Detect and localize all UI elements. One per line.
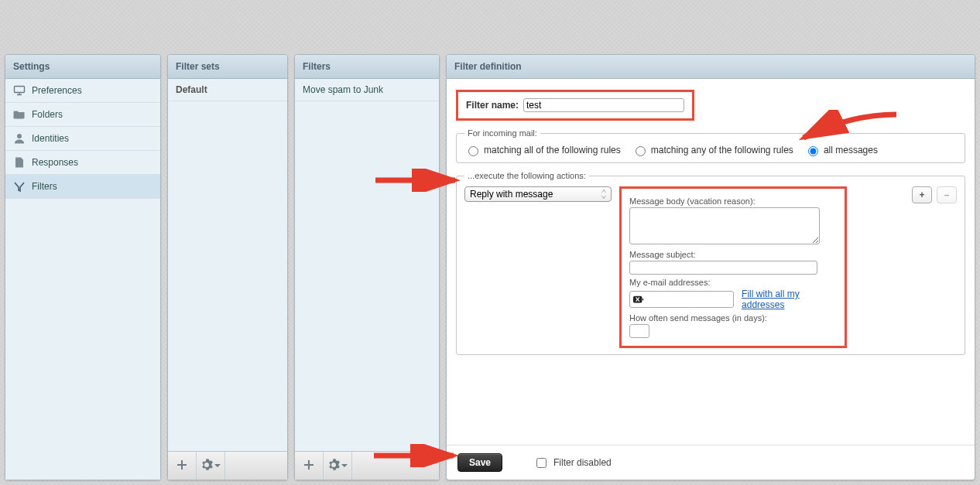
message-subject-input[interactable] xyxy=(629,261,817,275)
gear-icon xyxy=(200,459,213,473)
definition-header: Filter definition xyxy=(447,55,975,79)
definition-footer: Save Filter disabled xyxy=(447,445,975,480)
chevron-down-icon xyxy=(214,460,221,471)
page-icon xyxy=(13,156,26,169)
radio-any-rules-input[interactable] xyxy=(636,146,646,156)
definition-body: Filter name: For incoming mail: matching… xyxy=(447,79,975,445)
filters-panel: Filters Move spam to Junk xyxy=(294,54,440,480)
message-subject-label: Message subject: xyxy=(629,250,837,259)
filter-name-input[interactable] xyxy=(523,98,684,112)
filterset-item-default[interactable]: Default xyxy=(168,79,287,101)
vacation-settings: Message body (vacation reason): Message … xyxy=(619,186,847,348)
save-button[interactable]: Save xyxy=(457,453,502,472)
filter-definition-panel: Filter definition Filter name: For incom… xyxy=(446,54,975,480)
settings-panel: Settings Preferences Folders Identities xyxy=(5,54,161,480)
sidebar-item-filters[interactable]: Filters xyxy=(5,175,160,199)
list-item-label: Move spam to Junk xyxy=(303,84,383,95)
actions-legend: ...execute the following actions: xyxy=(464,171,589,180)
action-row: Reply with message Message body (vacatio… xyxy=(464,186,957,348)
action-row-buttons: + – xyxy=(912,186,957,203)
svg-point-1 xyxy=(17,134,22,138)
filter-name-label: Filter name: xyxy=(466,100,519,111)
actions-fieldset: ...execute the following actions: Reply … xyxy=(456,171,965,355)
filter-icon xyxy=(13,180,26,193)
filters-header: Filters xyxy=(295,55,439,79)
days-input[interactable] xyxy=(629,324,649,338)
filters-list: Move spam to Junk xyxy=(295,79,439,451)
message-body-label: Message body (vacation reason): xyxy=(629,196,837,206)
radio-any-rules[interactable]: matching any of the following rules xyxy=(632,144,793,156)
radio-label: matching all of the following rules xyxy=(484,145,621,155)
add-filter-button[interactable] xyxy=(295,452,324,480)
scope-radio-group: matching all of the following rules matc… xyxy=(464,144,957,156)
radio-all-rules[interactable]: matching all of the following rules xyxy=(464,144,621,156)
gear-icon xyxy=(327,459,340,473)
radio-label: all messages xyxy=(824,145,878,155)
days-label: How often send messages (in days): xyxy=(629,313,837,323)
list-item-label: Default xyxy=(176,84,207,95)
sidebar-item-label: Filters xyxy=(32,181,57,192)
sidebar-item-label: Folders xyxy=(32,109,63,120)
filter-settings-button[interactable] xyxy=(324,452,352,480)
tag-remove-icon xyxy=(633,295,644,304)
settings-header: Settings xyxy=(5,55,160,79)
addresses-input-wrap xyxy=(629,291,734,308)
filtersets-list: Default xyxy=(168,79,287,451)
svg-rect-0 xyxy=(15,87,25,93)
filter-name-row: Filter name: xyxy=(456,90,694,121)
filtersets-toolbar xyxy=(168,451,287,480)
plus-icon xyxy=(176,459,188,473)
address-tag[interactable] xyxy=(632,293,646,306)
add-action-button[interactable]: + xyxy=(912,186,932,203)
sidebar-item-label: Responses xyxy=(32,157,78,168)
message-body-textarea[interactable] xyxy=(629,207,820,244)
person-icon xyxy=(13,132,26,145)
radio-label: matching any of the following rules xyxy=(651,145,793,155)
filter-disabled-label: Filter disabled xyxy=(553,457,612,468)
action-select-wrap: Reply with message xyxy=(464,186,612,202)
plus-icon: + xyxy=(919,190,924,200)
settings-list: Preferences Folders Identities Responses xyxy=(5,79,160,480)
filter-disabled-checkbox[interactable] xyxy=(536,458,547,468)
remove-action-button[interactable]: – xyxy=(937,186,957,203)
sidebar-item-label: Preferences xyxy=(32,85,82,96)
fill-addresses-link[interactable]: Fill with all my addresses xyxy=(742,289,837,310)
chevron-down-icon xyxy=(341,460,348,471)
radio-all-messages-input[interactable] xyxy=(808,146,818,156)
filter-disabled-row[interactable]: Filter disabled xyxy=(533,456,612,470)
incoming-mail-fieldset: For incoming mail: matching all of the f… xyxy=(456,128,965,163)
sidebar-item-preferences[interactable]: Preferences xyxy=(5,79,160,103)
minus-icon: – xyxy=(944,190,950,200)
radio-all-rules-input[interactable] xyxy=(468,146,478,156)
sidebar-item-responses[interactable]: Responses xyxy=(5,151,160,175)
addresses-row: Fill with all my addresses xyxy=(629,289,837,310)
filtersets-header: Filter sets xyxy=(168,55,287,79)
folder-icon xyxy=(13,108,26,121)
radio-all-messages[interactable]: all messages xyxy=(804,144,878,156)
plus-icon xyxy=(303,459,315,473)
sidebar-item-folders[interactable]: Folders xyxy=(5,103,160,127)
filterset-settings-button[interactable] xyxy=(197,452,225,480)
incoming-legend: For incoming mail: xyxy=(464,128,540,138)
action-select[interactable]: Reply with message xyxy=(464,186,612,202)
sidebar-item-identities[interactable]: Identities xyxy=(5,127,160,151)
monitor-icon xyxy=(13,84,26,97)
sidebar-item-label: Identities xyxy=(32,133,69,144)
filtersets-panel: Filter sets Default xyxy=(167,54,288,480)
filter-item[interactable]: Move spam to Junk xyxy=(295,79,439,101)
filters-toolbar xyxy=(295,451,439,480)
add-filterset-button[interactable] xyxy=(168,452,197,480)
addresses-label: My e-mail addresses: xyxy=(629,278,837,287)
